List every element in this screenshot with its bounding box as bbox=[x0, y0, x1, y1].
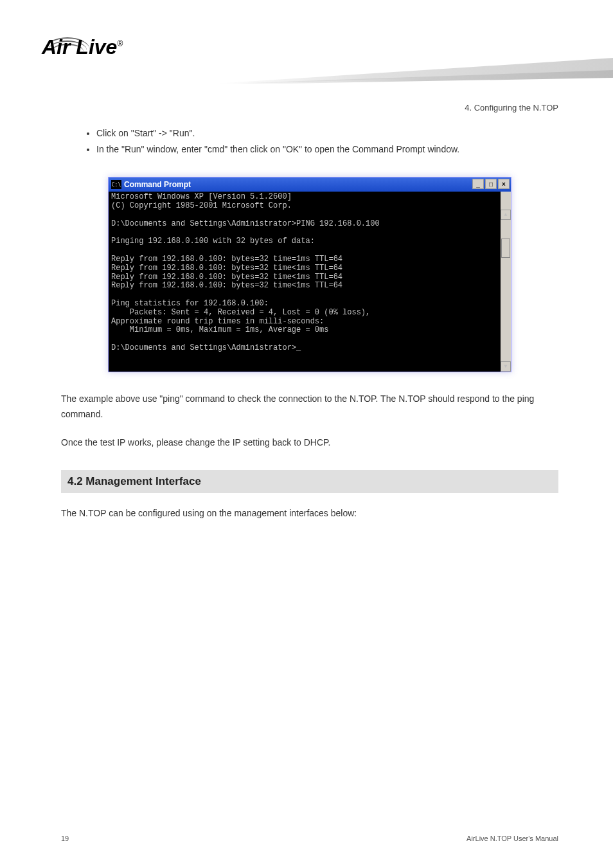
page-number: 19 bbox=[61, 835, 69, 842]
scroll-down-button[interactable]: ▼ bbox=[501, 361, 511, 372]
content-area: Click on "Start" -> "Run". In the "Run" … bbox=[0, 113, 613, 521]
minimize-button[interactable]: _ bbox=[472, 179, 484, 189]
bullet-list: Click on "Start" -> "Run". In the "Run" … bbox=[61, 125, 558, 158]
maximize-button[interactable]: □ bbox=[485, 179, 497, 189]
para-2: Once the test IP works, please change th… bbox=[61, 435, 558, 451]
cmd-line-10: Reply from 192.168.0.100: bytes=32 time<… bbox=[111, 281, 342, 290]
cmd-body[interactable]: Microsoft Windows XP [Version 5.1.2600] … bbox=[109, 192, 511, 372]
section-body: The N.TOP can be configured using on the… bbox=[61, 506, 558, 521]
cmd-icon: C:\ bbox=[111, 180, 121, 189]
scroll-thumb[interactable] bbox=[501, 239, 510, 258]
footer: 19 AirLive N.TOP User's Manual bbox=[0, 835, 613, 842]
logo: Air Live® bbox=[42, 35, 123, 59]
cmd-scrollbar[interactable]: ▲ ▼ bbox=[501, 192, 511, 372]
logo-registered: ® bbox=[117, 39, 123, 48]
cmd-line-3: D:\Documents and Settings\Administrator>… bbox=[111, 219, 380, 228]
cmd-line-14: Approximate round trip times in milli-se… bbox=[111, 317, 324, 326]
para-1: The example above use "ping" command to … bbox=[61, 392, 558, 422]
cmd-line-12: Ping statistics for 192.168.0.100: bbox=[111, 299, 269, 308]
bullet-2: In the "Run" window, enter "cmd" then cl… bbox=[96, 141, 558, 158]
cmd-line-15: Minimum = 0ms, Maximum = 1ms, Average = … bbox=[111, 325, 328, 334]
cmd-title: Command Prompt bbox=[124, 180, 191, 189]
product-name: AirLive N.TOP User's Manual bbox=[466, 835, 558, 842]
close-button[interactable]: × bbox=[498, 179, 510, 189]
chapter-label: 4. Configuring the N.TOP bbox=[0, 103, 613, 113]
cmd-line-5: Pinging 192.168.0.100 with 32 bytes of d… bbox=[111, 237, 315, 246]
cmd-line-17: D:\Documents and Settings\Administrator>… bbox=[111, 343, 301, 352]
header: Air Live® bbox=[0, 0, 613, 77]
cmd-titlebar[interactable]: C:\ Command Prompt _ □ × bbox=[109, 177, 511, 192]
cmd-line-9: Reply from 192.168.0.100: bytes=32 time<… bbox=[111, 273, 342, 282]
command-prompt-window: C:\ Command Prompt _ □ × Microsoft Windo… bbox=[108, 177, 511, 372]
cmd-line-7: Reply from 192.168.0.100: bytes=32 time=… bbox=[111, 255, 342, 264]
cmd-line-13: Packets: Sent = 4, Received = 4, Lost = … bbox=[111, 308, 370, 317]
cmd-line-8: Reply from 192.168.0.100: bytes=32 time<… bbox=[111, 264, 342, 273]
scroll-up-button[interactable]: ▲ bbox=[501, 210, 511, 220]
bullet-1: Click on "Start" -> "Run". bbox=[96, 125, 558, 141]
cmd-icon-text: C:\ bbox=[112, 182, 121, 188]
cmd-line-1: (C) Copyright 1985-2001 Microsoft Corp. bbox=[111, 201, 292, 210]
cmd-window-buttons: _ □ × bbox=[472, 179, 510, 189]
logo-text: Air Live bbox=[42, 35, 117, 59]
section-heading: 4.2 Management Interface bbox=[61, 470, 558, 493]
cmd-line-0: Microsoft Windows XP [Version 5.1.2600] bbox=[111, 192, 292, 201]
